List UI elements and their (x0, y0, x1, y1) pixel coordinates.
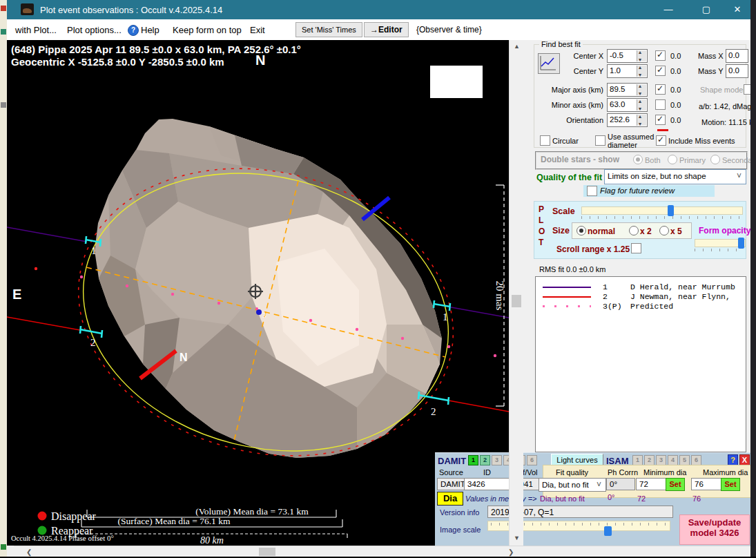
info-skyplane: Sky Plane (445, 86, 480, 95)
center-chord-label: 3 (262, 311, 266, 319)
mass-y-input[interactable]: 0.0 (726, 64, 748, 78)
damit-model-6-button[interactable]: 6 (527, 455, 537, 465)
set-max-dia-button[interactable]: Set (721, 478, 740, 491)
menu-plot-options[interactable]: Plot options... (67, 25, 122, 35)
center-x-input[interactable]: -0.5 (607, 49, 648, 63)
double-both-radio[interactable] (633, 155, 643, 164)
major-axis-checkbox[interactable] (655, 84, 666, 95)
flag-review-row: Flag for future review (583, 185, 715, 197)
major-axis-err: 0.0 (670, 86, 681, 94)
menu-help[interactable]: Help (141, 25, 159, 35)
list-item[interactable]: 3(P) Predicted (536, 302, 746, 311)
min-dia-field[interactable]: 72 (636, 478, 666, 490)
size-x2-radio[interactable] (629, 226, 639, 235)
background-fragment (1, 544, 6, 550)
observer-list[interactable]: 1 D Herald, near Murrumb 2 J Newman, nea… (535, 276, 746, 452)
center-x-checkbox[interactable] (655, 50, 666, 61)
model-center-dot (256, 309, 262, 315)
motion-label: Motion: 11.15 km/s (701, 118, 750, 126)
ph-corr-field[interactable]: 0° (606, 478, 635, 490)
set-min-dia-button[interactable]: Set (666, 478, 685, 491)
orientation-spinner[interactable] (637, 115, 646, 126)
minor-axis-spinner[interactable] (637, 99, 646, 110)
scale-slider[interactable] (581, 206, 743, 215)
dia-button[interactable]: Dia (437, 492, 463, 506)
damit-help-button[interactable]: ? (728, 454, 738, 465)
vertical-scroll-thumb[interactable] (512, 295, 521, 307)
help-icon[interactable]: ? (128, 25, 139, 36)
double-primary-label: Primary (679, 156, 706, 164)
plot-horizontal-scrollbar[interactable]: ❮ ❯ (14, 546, 756, 557)
center-y-label: Center Y (562, 67, 603, 75)
menu-with-plot[interactable]: with Plot... (15, 25, 57, 35)
version-info-label: Version info (440, 508, 479, 517)
editor-button[interactable]: →Editor (364, 22, 409, 37)
center-x-spinner[interactable] (637, 50, 646, 61)
center-y-spinner[interactable] (637, 66, 646, 77)
source-field: DAMIT (437, 478, 467, 490)
damit-model-1-button[interactable]: 1 (468, 455, 478, 465)
scroll-down-icon[interactable]: ▼ (514, 535, 520, 541)
size-normal-radio[interactable] (576, 226, 586, 235)
scroll-right-icon[interactable]: ❯ (508, 548, 514, 556)
orientation-checkbox[interactable] (655, 115, 666, 125)
include-miss-checkbox[interactable] (656, 135, 666, 146)
minor-axis-checkbox[interactable] (655, 99, 666, 110)
flag-review-checkbox[interactable] (587, 186, 597, 196)
sky-plane-plot[interactable]: 1 1 2 2 N 3 (648) Pippa 2025 Apr 11 89.5… (7, 40, 509, 546)
observer-time-label: {Observer & time} (416, 25, 482, 35)
save-update-button[interactable]: Save/updatemodel 3426 (679, 514, 750, 545)
damit-model-2-button[interactable]: 2 (480, 455, 490, 465)
double-secondary-radio[interactable] (710, 155, 720, 164)
max-dia-field[interactable]: 76 (691, 478, 721, 490)
list-item[interactable]: 1 D Herald, near Murrumb (536, 282, 746, 292)
scroll-range-checkbox[interactable] (631, 243, 641, 253)
minimize-button[interactable]: — (652, 0, 684, 19)
orientation-input[interactable]: 252.6 (607, 113, 648, 127)
menu-exit[interactable]: Exit (250, 25, 265, 35)
minor-axis-input[interactable]: 63.0 (607, 98, 648, 112)
rms-label: RMS fit 0.0 ±0.0 km (539, 265, 606, 273)
size-x5-radio[interactable] (659, 226, 669, 235)
scroll-up-icon[interactable]: ▲ (514, 43, 520, 50)
form-opacity-thumb[interactable] (738, 238, 744, 249)
chord-1-left-label: 1 (91, 245, 97, 256)
image-scale-thumb[interactable] (604, 526, 612, 536)
center-y-input[interactable]: 1.0 (607, 64, 648, 78)
isam-model-3-button[interactable]: 3 (656, 455, 666, 465)
menu-keep-on-top[interactable]: Keep form on top (173, 25, 242, 35)
mass-y-label: Mass Y (698, 67, 723, 75)
isam-model-1-button[interactable]: 1 (632, 455, 643, 465)
plot-title-line2: Geocentric X -5125.8 ±0.0 Y -2850.5 ±0.0… (11, 56, 224, 68)
scroll-left-icon[interactable]: ❮ (26, 548, 32, 556)
center-y-checkbox[interactable] (655, 66, 666, 76)
isam-model-2-button[interactable]: 2 (644, 455, 655, 465)
form-opacity-slider[interactable] (695, 239, 746, 247)
assumed-diameter-checkbox[interactable] (595, 135, 605, 146)
plot-vertical-scrollbar[interactable]: ▲ ▼ (509, 40, 523, 546)
isam-model-6-button[interactable]: 6 (691, 455, 701, 465)
scale-slider-thumb[interactable] (668, 205, 674, 216)
mass-x-input[interactable]: 0.0 (726, 49, 748, 63)
maximize-button[interactable]: ▢ (690, 0, 722, 19)
isam-model-4-button[interactable]: 4 (668, 455, 678, 465)
shape-model-checkbox[interactable] (744, 84, 750, 95)
fit-quality-header: Fit quality (556, 468, 588, 477)
horizontal-scroll-thumb[interactable] (259, 548, 275, 556)
mas-scale-label: 20 mas (494, 281, 505, 311)
double-primary-radio[interactable] (668, 155, 677, 164)
circular-checkbox[interactable] (540, 135, 550, 146)
damit-close-button[interactable]: X (739, 454, 750, 465)
set-miss-times-button[interactable]: Set 'Miss' Times (295, 22, 362, 37)
list-item[interactable]: 2 J Newman, near Flynn, (536, 292, 746, 302)
quality-dropdown[interactable]: Limits on size, but no shape (604, 169, 746, 184)
major-axis-input[interactable]: 89.5 (607, 83, 648, 97)
damit-model-3-button[interactable]: 3 (492, 455, 502, 465)
id-field[interactable]: 3426 (464, 478, 511, 490)
major-axis-spinner[interactable] (637, 84, 646, 95)
best-fit-chart-button[interactable] (538, 53, 560, 74)
isam-model-5-button[interactable]: 5 (679, 455, 690, 465)
close-button[interactable]: ✕ (721, 0, 753, 19)
fit-quality-dropdown[interactable]: Dia, but no fit (539, 478, 606, 492)
menu-bar: with Plot... Plot options... ? Help Keep… (7, 19, 750, 41)
